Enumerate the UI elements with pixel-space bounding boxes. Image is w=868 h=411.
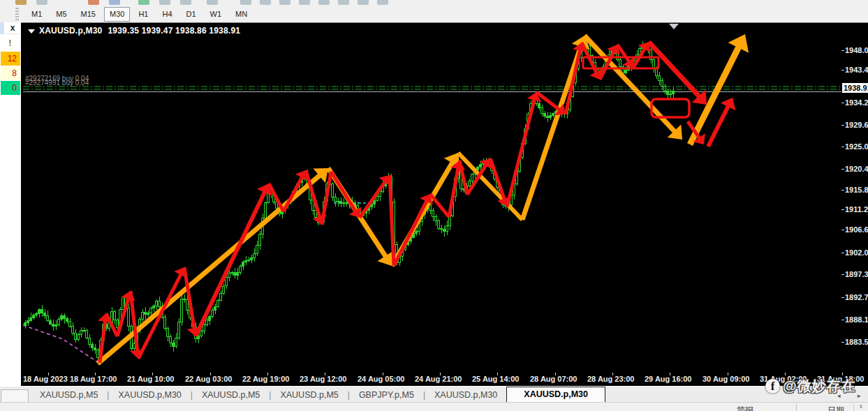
time-axis-label: 28 Aug 07:00 [530,375,577,383]
price-axis-tick [841,253,844,253]
time-axis-label: 18 Aug 2023 [23,375,68,383]
time-axis-tick [842,373,843,375]
time-axis-tick [325,373,325,375]
chart-tab-2[interactable]: XAUUSD.p,M5 [193,388,269,403]
toolbar-grip-handle[interactable] [15,8,19,20]
time-axis-label: 24 Aug 21:00 [415,375,462,383]
price-axis-label: 1943.40 [845,66,868,74]
time-axis-tick [785,373,786,375]
toolbar-icon[interactable] [338,0,349,5]
status-bar-separator [853,404,854,411]
panel-corner-decoration [0,22,4,34]
price-axis-label: 1915.80 [845,186,868,194]
timeframe-button-h4[interactable]: H4 [156,7,177,22]
toolbar-icon-strip [0,0,868,6]
chart-dropdown-triangle-icon[interactable] [28,29,35,33]
status-bar-separator [796,404,797,411]
time-axis-label: 30 Aug 09:00 [703,375,749,383]
close-panel-button[interactable]: x [6,24,19,34]
price-axis-label: 1906.60 [845,225,868,234]
price-axis-tick [841,70,844,70]
toolbar-icon[interactable] [109,0,120,5]
chart-tab-0[interactable]: XAUUSD.p,M5 [31,388,107,403]
time-axis-tick [95,373,96,375]
time-axis-tick [497,373,498,375]
chart-tab-bar: XAUUSD.p,M5|XAUUSD.p,M30|XAUUSD.p,M5|XAU… [0,386,868,403]
price-axis-tick [841,103,844,103]
time-axis-label: 18 Aug 17:00 [70,375,117,383]
price-axis-tick [841,209,844,210]
time-axis-tick [612,373,613,375]
time-axis-tick [267,373,268,375]
status-bar-text: 日期 [827,405,844,411]
time-axis-tick [210,373,211,375]
timeframe-button-d1[interactable]: D1 [181,7,202,22]
toolbar-icon[interactable] [138,0,149,5]
timeframe-button-m30[interactable]: M30 [104,7,130,22]
time-axis-label: 22 Aug 03:00 [185,375,232,383]
left-panel: x ! 1280 [0,22,22,411]
order-label-2: #29274991 buy 0.04 [25,79,89,87]
toolbar-icon[interactable] [240,0,251,5]
price-axis-tick [841,230,844,230]
current-price-label: 1938.91 [842,83,868,93]
chart-tab-4[interactable]: GBPJPY.p,M5 [350,388,423,403]
time-axis-label: 25 Aug 14:00 [472,375,519,383]
time-axis-label: 28 Aug 23:00 [587,375,634,383]
chart-symbol: XAUUSD.p,M30 [39,26,102,36]
price-axis-label: 1925.00 [845,142,868,151]
timeframe-button-m1[interactable]: M1 [26,7,47,22]
watermark: f @微妙存在 [765,377,856,396]
toolbar-icon[interactable] [15,0,27,5]
price-axis-tick [841,125,844,126]
tabs-scroll-right-button[interactable]: ▸ [858,392,861,399]
toolbar-icon[interactable] [299,0,310,5]
tab-corner-box [1,389,29,403]
alert-exclamation-icon: ! [0,36,20,50]
time-axis-label: 24 Aug 05:00 [358,375,404,383]
time-axis-tick [152,373,153,375]
time-axis-label: 29 Aug 16:00 [645,375,691,383]
status-bar-text: 简报 [737,405,753,411]
timeframe-button-h1[interactable]: H1 [133,7,154,22]
timeframe-button-m5[interactable]: M5 [50,7,72,22]
price-axis-tick [841,50,844,51]
chart-canvas[interactable] [21,22,868,387]
time-axis-tick [670,373,670,375]
price-axis-label: 1902.00 [845,248,868,257]
toolbar-icon[interactable] [180,0,191,5]
watermark-handle: @微妙存在 [783,377,856,396]
price-axis-label: 1948.00 [845,46,868,54]
timeframe-button-w1[interactable]: W1 [205,7,228,22]
chart-tab-3[interactable]: XAUUSD.p,M5 [271,388,347,403]
timeframe-button-m15[interactable]: M15 [75,7,101,22]
time-axis-label: 23 Aug 12:00 [300,375,346,383]
toolbar-icon[interactable] [36,0,47,5]
price-axis-tick [841,320,844,320]
toolbar-icon[interactable] [159,0,170,5]
price-axis-tick [841,297,844,298]
chart-tab-5[interactable]: XAUUSD.p,M30 [425,388,506,403]
toolbar-icon[interactable] [377,0,388,5]
time-axis-label: 21 Aug 10:00 [127,375,174,383]
timeframe-row: M1M5M15M30H1H4D1W1MN [0,6,868,22]
price-axis-label: 1892.70 [845,293,868,301]
time-axis-tick [555,373,556,375]
toolbar-icon[interactable] [260,0,271,5]
toolbar-icon[interactable] [279,0,290,5]
price-axis-label: 1929.60 [845,121,868,129]
time-axis-tick [383,373,383,375]
chart-title: XAUUSD.p,M301939.35 1939.47 1938.86 1938… [28,26,240,36]
chart-tab-6[interactable]: XAUUSD.p,M30 [506,387,605,403]
toolbar-icon[interactable] [318,0,330,5]
timeframe-button-mn[interactable]: MN [230,7,253,22]
price-axis-tick [841,169,844,170]
sort-arrows-icon: ⇕ [859,404,863,410]
price-axis-label: 1883.50 [845,338,868,346]
toolbar-icon[interactable] [88,0,99,5]
status-bar: 简报日期 ⇕ [0,402,868,411]
chart-tab-1[interactable]: XAUUSD.p,M30 [109,388,190,403]
toolbar-icon[interactable] [358,0,369,5]
price-axis-tick [841,147,844,147]
toolbar-icon[interactable] [207,0,218,5]
